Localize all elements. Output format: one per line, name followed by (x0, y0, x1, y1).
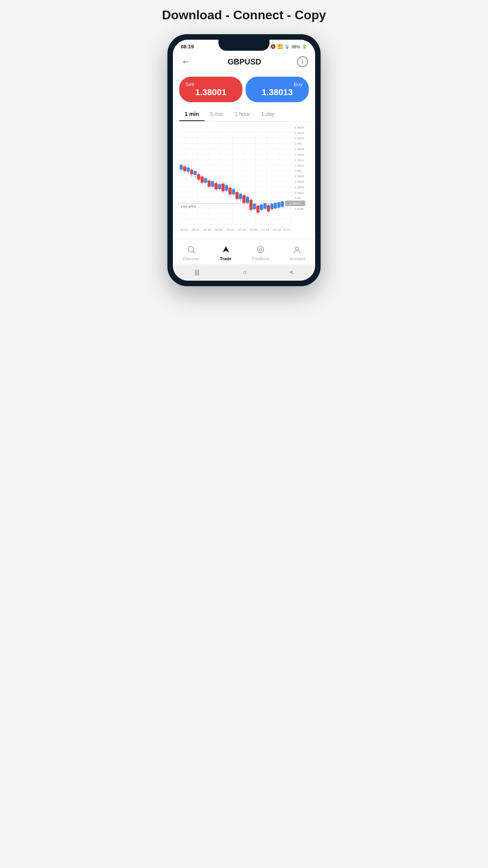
svg-rect-47 (180, 165, 183, 170)
trade-buttons: Sell 1.38001 Buy 1.38013 (173, 72, 315, 107)
buy-label: Buy (294, 81, 303, 87)
svg-text:1.38: 1.38 (294, 196, 301, 200)
tab-1hour[interactable]: 1 hour (229, 107, 256, 121)
buy-price: 1.38013 (252, 87, 303, 97)
android-home-btn[interactable]: ○ (243, 269, 247, 276)
svg-text:1.381: 1.381 (294, 169, 302, 173)
svg-rect-85 (246, 197, 249, 203)
status-icons: 🔕 📶 📡 98% 🔋 (270, 44, 307, 49)
nav-trade[interactable]: Trade (220, 245, 231, 261)
svg-line-121 (193, 251, 195, 253)
svg-text:1.3822: 1.3822 (294, 136, 304, 140)
chart-container: 1.3826 1.3824 1.3822 1.382 1.3818 1.3816… (173, 121, 315, 239)
svg-rect-59 (200, 177, 204, 183)
status-time: 08:19 (181, 44, 194, 50)
svg-marker-122 (223, 246, 229, 252)
chart-tabs: 1 min 5 min 1 hour 1 day (173, 107, 315, 121)
svg-rect-99 (270, 204, 273, 209)
page-title: Download - Connect - Copy (162, 8, 326, 22)
svg-rect-91 (257, 206, 260, 213)
svg-point-125 (295, 247, 299, 250)
phone-inner: 08:19 🔕 📶 📡 98% 🔋 ← GBPUSD i Sell (173, 40, 315, 281)
svg-rect-95 (263, 203, 266, 209)
trade-label: Trade (220, 256, 231, 261)
positions-icon (255, 245, 266, 255)
svg-text:1.3804: 1.3804 (294, 186, 304, 189)
svg-point-124 (259, 248, 262, 251)
trade-icon (221, 245, 231, 255)
svg-rect-69 (218, 184, 221, 189)
svg-text:1.3818: 1.3818 (294, 147, 304, 151)
svg-text:07:11: 07:11 (261, 228, 269, 232)
svg-rect-55 (194, 171, 197, 175)
svg-text:1.3806: 1.3806 (294, 180, 304, 184)
page-wrapper: Download - Connect - Copy 08:19 🔕 📶 📡 98… (122, 8, 366, 286)
svg-text:1.3802: 1.3802 (294, 191, 304, 195)
svg-text:1.3816: 1.3816 (294, 153, 304, 156)
svg-rect-61 (204, 178, 207, 183)
svg-rect-57 (197, 174, 200, 180)
android-back-btn[interactable]: < (290, 269, 294, 276)
svg-rect-93 (260, 204, 263, 210)
svg-text:1.3808: 1.3808 (294, 175, 304, 178)
nav-discover[interactable]: Discover (183, 245, 200, 261)
svg-text:06:56: 06:56 (203, 228, 211, 232)
svg-text:06:50: 06:50 (180, 228, 188, 232)
app-header: ← GBPUSD i (173, 51, 315, 72)
tab-1min[interactable]: 1 min (179, 107, 205, 121)
svg-rect-89 (253, 204, 256, 209)
nav-account[interactable]: Account (290, 245, 305, 261)
android-nav: ||| ○ < (173, 264, 315, 281)
svg-text:07:17: 07:17 (283, 228, 291, 232)
svg-rect-77 (232, 189, 235, 195)
svg-text:07:02: 07:02 (227, 228, 235, 232)
svg-text:1.3814: 1.3814 (294, 158, 304, 162)
svg-rect-75 (229, 188, 232, 195)
chart-svg: 1.3826 1.3824 1.3822 1.382 1.3818 1.3816… (173, 123, 315, 239)
svg-text:1.3824: 1.3824 (294, 131, 304, 135)
bottom-nav: Discover Trade (173, 239, 315, 264)
svg-rect-73 (225, 185, 228, 191)
sell-button[interactable]: Sell 1.38001 (179, 77, 242, 102)
sell-label: Sell (185, 81, 194, 87)
android-menu-btn[interactable]: ||| (194, 269, 199, 276)
svg-rect-63 (207, 180, 211, 187)
svg-text:06:59: 06:59 (215, 228, 223, 232)
discover-icon (186, 245, 196, 255)
discover-label: Discover (183, 256, 200, 261)
mute-icon: 🔕 (270, 44, 276, 49)
svg-rect-71 (222, 184, 225, 191)
svg-rect-65 (211, 181, 214, 187)
svg-text:07:08: 07:08 (250, 228, 258, 232)
svg-text:1.3826: 1.3826 (294, 126, 304, 129)
pair-title: GBPUSD (227, 57, 261, 66)
nav-positions[interactable]: Positions (252, 245, 270, 261)
svg-rect-51 (187, 167, 190, 171)
svg-rect-81 (239, 194, 242, 199)
back-button[interactable]: ← (180, 55, 192, 68)
svg-rect-49 (183, 167, 186, 171)
svg-text:07:05: 07:05 (238, 228, 246, 232)
account-label: Account (290, 256, 305, 261)
account-icon (292, 245, 302, 255)
svg-rect-79 (235, 192, 238, 199)
svg-rect-83 (242, 195, 246, 203)
tab-5min[interactable]: 5 min (205, 107, 229, 121)
svg-text:1.3796: 1.3796 (294, 207, 304, 211)
tab-1day[interactable]: 1 day (256, 107, 280, 121)
buy-button[interactable]: Buy 1.38013 (246, 77, 309, 102)
svg-rect-105 (281, 201, 284, 207)
positions-label: Positions (252, 256, 270, 261)
signal-icon: 📡 (284, 44, 290, 49)
svg-rect-97 (267, 205, 270, 211)
svg-text:1.38007: 1.38007 (290, 202, 301, 205)
svg-text:1.3812: 1.3812 (294, 164, 304, 167)
phone-outer: 08:19 🔕 📶 📡 98% 🔋 ← GBPUSD i Sell (167, 34, 321, 286)
notch (218, 40, 270, 51)
sell-price: 1.38001 (185, 87, 236, 97)
svg-rect-53 (190, 169, 193, 174)
svg-text:06:53: 06:53 (192, 228, 200, 232)
svg-rect-103 (277, 202, 281, 208)
svg-point-123 (257, 246, 264, 253)
info-button[interactable]: i (297, 56, 308, 67)
